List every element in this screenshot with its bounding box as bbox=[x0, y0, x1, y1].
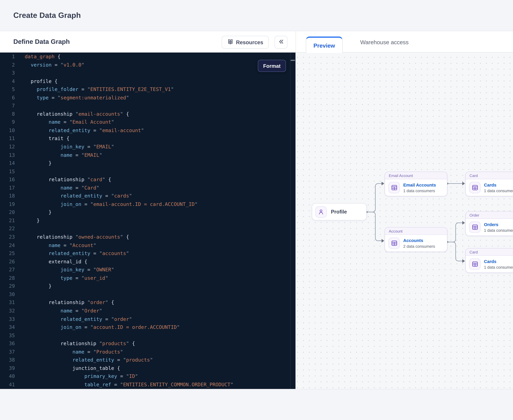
line-number: 6 bbox=[0, 94, 15, 102]
line-number: 2 bbox=[0, 61, 15, 69]
code-line[interactable]: 22 bbox=[0, 225, 296, 233]
code-line[interactable]: 32 name = "Order" bbox=[0, 307, 296, 315]
line-number: 34 bbox=[0, 323, 15, 331]
code-line[interactable]: 33 related_entity = "order" bbox=[0, 315, 296, 323]
node-link[interactable]: Accounts bbox=[403, 238, 435, 243]
edge-profile-to-account bbox=[367, 212, 382, 241]
group-label: Card bbox=[466, 248, 513, 256]
code-line[interactable]: 26 external_id { bbox=[0, 257, 296, 266]
code-line[interactable]: 20 } bbox=[0, 208, 296, 217]
code-line[interactable]: 3 bbox=[0, 69, 296, 77]
code-line[interactable]: 4 profile { bbox=[0, 77, 296, 85]
code-line[interactable]: 40 primary_key = "ID" bbox=[0, 372, 296, 381]
code-line[interactable]: 25 related_entity = "accounts" bbox=[0, 249, 296, 257]
line-number: 30 bbox=[0, 290, 15, 299]
code-line[interactable]: 24 name = "Account" bbox=[0, 241, 296, 249]
format-button[interactable]: Format bbox=[258, 60, 286, 72]
book-open-icon bbox=[227, 39, 233, 46]
code-line[interactable]: 23 relationship "owned-accounts" { bbox=[0, 233, 296, 241]
code-line[interactable]: 21 } bbox=[0, 217, 296, 225]
code-line[interactable]: 30 bbox=[0, 290, 296, 299]
resources-button[interactable]: Resources bbox=[222, 36, 269, 49]
code-line[interactable]: 37 name = "Products" bbox=[0, 348, 296, 356]
node-consumers: 1 data consumers bbox=[484, 265, 513, 270]
line-number: 25 bbox=[0, 249, 15, 257]
tab-warehouse-access[interactable]: Warehouse access bbox=[352, 31, 417, 52]
node-consumers: 1 data consumers bbox=[403, 188, 436, 193]
code-line[interactable]: 14 } bbox=[0, 159, 296, 167]
code-line[interactable]: 34 join_on = "account.ID = order.ACCOUNT… bbox=[0, 323, 296, 331]
code-line[interactable]: 36 relationship "products" { bbox=[0, 339, 296, 348]
panel-title: Define Data Graph bbox=[13, 38, 70, 46]
line-number: 24 bbox=[0, 241, 15, 249]
line-number: 3 bbox=[0, 69, 15, 77]
code-editor[interactable]: 1data_graph {2 version = "v1.0.0"34 prof… bbox=[0, 52, 296, 389]
node-group-card-bottom[interactable]: Card Cards 1 data consumers bbox=[465, 248, 513, 273]
code-line[interactable]: 29 } bbox=[0, 282, 296, 290]
collapse-panel-button[interactable] bbox=[275, 36, 287, 49]
code-line[interactable]: 11 trait { bbox=[0, 135, 296, 143]
code-line[interactable]: 28 type = "user_id" bbox=[0, 274, 296, 282]
node-link[interactable]: Cards bbox=[484, 182, 513, 188]
code-line[interactable]: 7 bbox=[0, 102, 296, 110]
line-number: 18 bbox=[0, 192, 15, 200]
code-line[interactable]: 10 related_entity = "email-account" bbox=[0, 126, 296, 135]
code-line[interactable]: 5 profile_folder = "ENTITIES.ENTITY_E2E_… bbox=[0, 85, 296, 94]
node-group-order[interactable]: Order Orders 1 data consumers bbox=[465, 211, 513, 236]
tab-preview[interactable]: Preview bbox=[306, 37, 343, 53]
line-number: 22 bbox=[0, 225, 15, 233]
code-line[interactable]: 31 relationship "order" { bbox=[0, 299, 296, 307]
resources-label: Resources bbox=[236, 39, 263, 45]
graph-canvas[interactable]: Profile Email Account Email Accounts 1 d… bbox=[296, 52, 513, 389]
edge-accounts-to-cards bbox=[447, 242, 462, 261]
node-link[interactable]: Email Accounts bbox=[403, 182, 436, 188]
line-number: 28 bbox=[0, 274, 15, 282]
code-line[interactable]: 18 related_entity = "cards" bbox=[0, 192, 296, 200]
node-group-card-top[interactable]: Card Cards 1 data consumer bbox=[465, 172, 513, 196]
node-consumers: 1 data consumer bbox=[484, 188, 513, 193]
code-line[interactable]: 41 table_ref = "ENTITIES.ENTITY_COMMON.O… bbox=[0, 381, 296, 389]
line-number: 15 bbox=[0, 167, 15, 176]
line-number: 35 bbox=[0, 331, 15, 339]
footer-bar: Save bbox=[0, 389, 513, 420]
node-link[interactable]: Cards bbox=[484, 259, 513, 264]
line-number: 38 bbox=[0, 356, 15, 364]
code-line[interactable]: 16 relationship "card" { bbox=[0, 176, 296, 184]
line-number: 29 bbox=[0, 282, 15, 290]
editor-scrollbar-thumb[interactable] bbox=[291, 60, 295, 61]
line-number: 8 bbox=[0, 110, 15, 118]
line-number: 16 bbox=[0, 176, 15, 184]
line-number: 4 bbox=[0, 77, 15, 85]
line-number: 31 bbox=[0, 299, 15, 307]
code-line[interactable]: 27 join_key = "OWNER" bbox=[0, 266, 296, 274]
code-line[interactable]: 8 relationship "email-accounts" { bbox=[0, 110, 296, 118]
node-group-email-account[interactable]: Email Account Email Accounts 1 data cons… bbox=[384, 172, 447, 196]
group-label: Account bbox=[385, 227, 447, 235]
line-number: 17 bbox=[0, 184, 15, 192]
app-window: Create Data Graph Cancel Define Data Gra… bbox=[0, 0, 513, 420]
code-line[interactable]: 38 related_entity = "products" bbox=[0, 356, 296, 364]
edge-profile-to-emailaccount bbox=[367, 184, 382, 212]
code-line[interactable]: 39 junction_table { bbox=[0, 364, 296, 372]
node-link[interactable]: Orders bbox=[484, 222, 513, 227]
line-number: 33 bbox=[0, 315, 15, 323]
code-line[interactable]: 9 name = "Email Account" bbox=[0, 118, 296, 126]
line-number: 40 bbox=[0, 372, 15, 381]
code-line[interactable]: 12 join_key = "EMAIL" bbox=[0, 143, 296, 151]
code-line[interactable]: 6 type = "segment:unmaterialized" bbox=[0, 94, 296, 102]
line-number: 12 bbox=[0, 143, 15, 151]
line-number: 14 bbox=[0, 159, 15, 167]
code-line[interactable]: 1data_graph { bbox=[0, 52, 296, 61]
code-line[interactable]: 15 bbox=[0, 167, 296, 176]
node-profile[interactable]: Profile bbox=[312, 203, 367, 220]
code-line[interactable]: 35 bbox=[0, 331, 296, 339]
code-line[interactable]: 17 name = "Card" bbox=[0, 184, 296, 192]
person-icon bbox=[315, 206, 327, 218]
tab-bar: Preview Warehouse access bbox=[296, 31, 513, 52]
code-line[interactable]: 13 name = "EMAIL" bbox=[0, 151, 296, 159]
node-group-account[interactable]: Account Accounts 2 data consumers bbox=[384, 227, 447, 252]
line-number: 19 bbox=[0, 200, 15, 208]
code-line[interactable]: 19 join_on = "email-account.ID = card.AC… bbox=[0, 200, 296, 208]
line-number: 13 bbox=[0, 151, 15, 159]
code-line[interactable]: 2 version = "v1.0.0" bbox=[0, 61, 296, 69]
